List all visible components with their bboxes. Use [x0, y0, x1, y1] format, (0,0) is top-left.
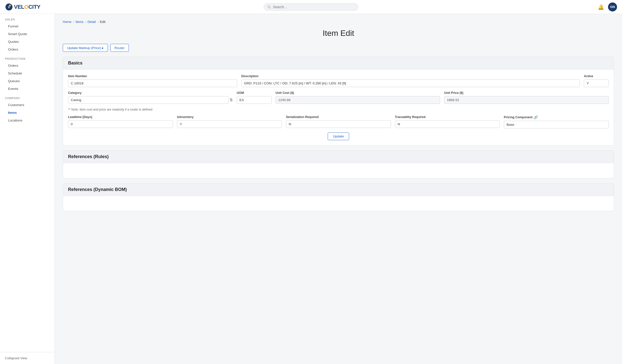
- sidebar-item-events[interactable]: Events: [0, 85, 55, 93]
- is-inventory-group: IsInventory: [177, 115, 282, 128]
- traceability-group: Traceablity Required: [395, 115, 500, 128]
- breadcrumb-current: Edit: [100, 20, 105, 24]
- traceability-label: Traceablity Required: [395, 115, 500, 119]
- update-markup-button[interactable]: Update Markup (Price) ▸: [63, 44, 108, 52]
- unit-price-input[interactable]: [444, 96, 609, 104]
- unit-cost-input[interactable]: [276, 96, 440, 104]
- sales-section-label: SALES: [0, 14, 55, 22]
- references-bom-body: [63, 196, 614, 211]
- top-nav: V VELOCITY 🔔 GN: [0, 0, 622, 14]
- breadcrumb-sep-3: ›: [97, 20, 98, 24]
- nav-right: 🔔 GN: [598, 2, 617, 11]
- search-box: [264, 3, 358, 11]
- svg-point-2: [9, 4, 11, 6]
- unit-cost-group: Unit Cost ($): [276, 91, 440, 104]
- category-group: Category ⇅: [68, 91, 233, 104]
- leadtime-input[interactable]: [68, 120, 173, 128]
- references-rules-section: References (Rules): [63, 150, 614, 178]
- sidebar-item-orders-production[interactable]: Orders: [0, 62, 55, 69]
- uom-group: UOM: [237, 91, 272, 104]
- leadtime-label: Leadtime [Days]: [68, 115, 173, 119]
- basics-section-title: Basics: [68, 61, 609, 66]
- logo-icon: V: [5, 3, 13, 11]
- update-button[interactable]: Update: [328, 132, 349, 140]
- is-inventory-input[interactable]: [177, 120, 282, 128]
- search-container: [264, 3, 358, 11]
- basics-section-body: Item Number Description Active: [63, 69, 614, 145]
- references-rules-title: References (Rules): [68, 154, 609, 159]
- page-title: Item Edit: [63, 29, 614, 38]
- description-label: Description: [241, 74, 580, 78]
- category-input[interactable]: [68, 96, 229, 104]
- active-group: Active: [584, 74, 609, 87]
- unit-cost-label: Unit Cost ($): [276, 91, 440, 95]
- form-row-1: Item Number Description Active: [68, 74, 609, 87]
- logo-text: VELOCITY: [14, 4, 40, 10]
- sidebar-item-schedule[interactable]: Schedule: [0, 69, 55, 77]
- active-input[interactable]: [584, 79, 609, 87]
- sidebar-item-smart-quote[interactable]: Smart Quote: [0, 30, 55, 38]
- references-rules-body: [63, 163, 614, 178]
- uom-input[interactable]: [237, 96, 272, 104]
- uom-label: UOM: [237, 91, 272, 95]
- sidebar-item-items[interactable]: Items: [0, 109, 55, 117]
- serialization-label: Serialization Required: [286, 115, 391, 119]
- sidebar-item-customers[interactable]: Customers: [0, 101, 55, 109]
- breadcrumb-sep-1: ›: [73, 20, 74, 24]
- unit-price-group: Unit Price ($): [444, 91, 609, 104]
- traceability-input[interactable]: [395, 120, 500, 128]
- category-label: Category: [68, 91, 233, 95]
- sidebar: SALES Funnel Smart Quote Quotes Orders P…: [0, 14, 55, 364]
- main-content: Home › Items › Detail › Edit Item Edit U…: [55, 14, 622, 364]
- breadcrumb-items[interactable]: Items: [76, 20, 83, 24]
- notification-bell-icon[interactable]: 🔔: [598, 4, 604, 10]
- item-number-label: Item Number: [68, 74, 237, 78]
- breadcrumb-sep-2: ›: [85, 20, 86, 24]
- sidebar-item-orders-sales[interactable]: Orders: [0, 46, 55, 53]
- production-section: PRODUCTION Orders Schedule Queues Events: [0, 53, 55, 93]
- basics-section: Basics Item Number Description: [63, 57, 614, 145]
- sidebar-bottom: Collapsed View: [0, 352, 55, 364]
- breadcrumb-home[interactable]: Home: [63, 20, 72, 24]
- company-section: COMPANY Customers Items Locations: [0, 93, 55, 124]
- breadcrumb-detail[interactable]: Detail: [87, 20, 96, 24]
- sidebar-item-locations[interactable]: Locations: [0, 117, 55, 124]
- description-group: Description: [241, 74, 580, 87]
- item-number-group: Item Number: [68, 74, 237, 87]
- action-buttons: Update Markup (Price) ▸ Router: [63, 44, 614, 52]
- svg-line-4: [270, 7, 271, 8]
- leadtime-group: Leadtime [Days]: [68, 115, 173, 128]
- active-label: Active: [584, 74, 609, 78]
- serialization-input[interactable]: [286, 120, 391, 128]
- pricing-component-input[interactable]: [504, 121, 609, 128]
- search-icon: [267, 5, 271, 9]
- router-button[interactable]: Router: [110, 44, 129, 52]
- unit-price-label: Unit Price ($): [444, 91, 609, 95]
- references-bom-title: References (Dynamic BOM): [68, 187, 609, 192]
- category-filter-icon: ⇅: [230, 98, 233, 102]
- sidebar-item-quotes[interactable]: Quotes: [0, 38, 55, 46]
- description-input[interactable]: [241, 79, 580, 87]
- logo[interactable]: V VELOCITY: [5, 3, 40, 11]
- references-bom-section: References (Dynamic BOM): [63, 183, 614, 211]
- references-rules-header: References (Rules): [63, 151, 614, 163]
- references-bom-header: References (Dynamic BOM): [63, 183, 614, 196]
- user-avatar[interactable]: GN: [608, 2, 617, 11]
- is-inventory-label: IsInventory: [177, 115, 282, 119]
- pricing-component-link-icon: 🔗: [534, 115, 538, 119]
- form-row-3: Leadtime [Days] IsInventory Serializatio…: [68, 115, 609, 128]
- pricing-component-group: Pricing Component 🔗: [504, 115, 609, 128]
- readonly-note: ** Note: Item cost and price are readonl…: [68, 108, 609, 111]
- sidebar-item-queues[interactable]: Queues: [0, 77, 55, 85]
- breadcrumb: Home › Items › Detail › Edit: [63, 20, 614, 24]
- production-section-label: PRODUCTION: [0, 53, 55, 62]
- collapsed-view-toggle[interactable]: Collapsed View: [5, 356, 50, 360]
- sidebar-item-funnel[interactable]: Funnel: [0, 22, 55, 30]
- serialization-group: Serialization Required: [286, 115, 391, 128]
- search-input[interactable]: [273, 5, 355, 9]
- form-row-2: Category ⇅ UOM Unit Cost ($): [68, 91, 609, 104]
- pricing-component-label: Pricing Component 🔗: [504, 115, 609, 119]
- basics-section-header: Basics: [63, 57, 614, 69]
- company-section-label: COMPANY: [0, 93, 55, 101]
- item-number-input[interactable]: [68, 79, 237, 87]
